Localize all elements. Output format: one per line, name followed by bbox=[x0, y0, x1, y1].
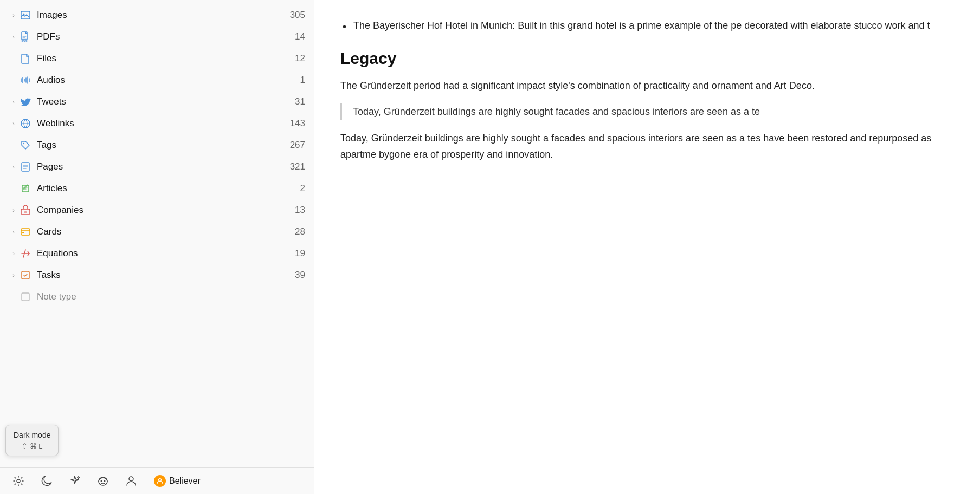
notetype-icon bbox=[18, 290, 33, 304]
weblinks-label: Weblinks bbox=[37, 118, 283, 129]
sidebar-item-tweets[interactable]: › Tweets 31 bbox=[0, 91, 314, 113]
sidebar-bottom-bar: Believer bbox=[0, 467, 314, 494]
sidebar-item-pdfs[interactable]: › PDF PDFs 14 bbox=[0, 26, 314, 48]
pdfs-icon: PDF bbox=[18, 30, 33, 44]
tweets-label: Tweets bbox=[37, 96, 283, 107]
chevron-icon: › bbox=[9, 99, 18, 105]
sidebar-list: › Images 305 › PDF bbox=[0, 0, 314, 467]
svg-point-14 bbox=[17, 479, 20, 483]
pages-label: Pages bbox=[37, 161, 283, 172]
audios-count: 1 bbox=[283, 75, 305, 86]
images-icon bbox=[18, 8, 33, 22]
images-count: 305 bbox=[283, 10, 305, 21]
sidebar-item-companies[interactable]: › Companies 13 bbox=[0, 199, 314, 221]
bullet-text-hotel: The Bayerischer Hof Hotel in Munich: Bui… bbox=[340, 17, 954, 34]
chevron-icon: › bbox=[9, 294, 18, 300]
sparkle-icon[interactable] bbox=[67, 473, 82, 489]
dark-mode-tooltip: Dark mode ⇧ ⌘ L bbox=[5, 425, 59, 457]
articles-count: 2 bbox=[283, 183, 305, 194]
sidebar-item-tags[interactable]: › Tags 267 bbox=[0, 134, 314, 156]
chevron-icon: › bbox=[9, 185, 18, 192]
blockquote-text: Today, Gründerzeit buildings are highly … bbox=[340, 103, 954, 120]
person-icon[interactable] bbox=[124, 473, 139, 489]
content-panel: The Bayerischer Hof Hotel in Munich: Bui… bbox=[314, 0, 980, 494]
audios-label: Audios bbox=[37, 75, 283, 86]
svg-rect-10 bbox=[21, 229, 30, 235]
svg-point-17 bbox=[104, 480, 106, 482]
sidebar-item-weblinks[interactable]: › Weblinks 143 bbox=[0, 113, 314, 134]
tags-icon bbox=[18, 138, 33, 152]
sidebar-item-pages[interactable]: › Pages 321 bbox=[0, 156, 314, 178]
chevron-icon: › bbox=[9, 250, 18, 257]
tooltip-label: Dark mode bbox=[14, 430, 50, 441]
companies-count: 13 bbox=[283, 205, 305, 216]
svg-point-16 bbox=[101, 480, 102, 482]
audios-icon bbox=[18, 73, 33, 87]
files-count: 12 bbox=[283, 53, 305, 64]
pages-icon bbox=[18, 160, 33, 174]
tasks-icon bbox=[18, 268, 33, 282]
svg-rect-13 bbox=[22, 293, 29, 301]
chevron-icon: › bbox=[9, 120, 18, 127]
sidebar-item-notetype[interactable]: › Note type bbox=[0, 286, 314, 308]
chevron-icon: › bbox=[9, 207, 18, 213]
files-label: Files bbox=[37, 53, 283, 64]
svg-point-18 bbox=[129, 477, 133, 481]
articles-icon bbox=[18, 181, 33, 196]
tasks-label: Tasks bbox=[37, 270, 283, 281]
weblinks-count: 143 bbox=[283, 118, 305, 129]
equations-icon bbox=[18, 246, 33, 261]
articles-label: Articles bbox=[37, 183, 283, 194]
sidebar: › Images 305 › PDF bbox=[0, 0, 314, 494]
sidebar-item-articles[interactable]: › Articles 2 bbox=[0, 178, 314, 199]
tweets-count: 31 bbox=[283, 96, 305, 107]
chevron-icon: › bbox=[9, 55, 18, 62]
chevron-icon: › bbox=[9, 12, 18, 18]
equations-label: Equations bbox=[37, 248, 283, 259]
cards-label: Cards bbox=[37, 226, 283, 237]
images-label: Images bbox=[37, 10, 283, 21]
svg-point-6 bbox=[23, 143, 24, 144]
files-icon bbox=[18, 51, 33, 66]
user-avatar bbox=[154, 475, 166, 487]
paragraph-grunzeit-2: Today, Gründerzeit buildings are highly … bbox=[340, 130, 954, 163]
companies-label: Companies bbox=[37, 205, 283, 216]
pdfs-count: 14 bbox=[283, 31, 305, 42]
cards-icon bbox=[18, 225, 33, 239]
chevron-icon: › bbox=[9, 272, 18, 278]
pdfs-label: PDFs bbox=[37, 31, 283, 42]
mask-icon[interactable] bbox=[95, 473, 111, 489]
notetype-label: Note type bbox=[37, 291, 305, 302]
sidebar-item-tasks[interactable]: › Tasks 39 bbox=[0, 264, 314, 286]
user-name: Believer bbox=[169, 476, 201, 486]
sidebar-item-equations[interactable]: › Equations 19 bbox=[0, 243, 314, 264]
sidebar-item-files[interactable]: › Files 12 bbox=[0, 48, 314, 69]
tweets-icon bbox=[18, 95, 33, 109]
user-pill[interactable]: Believer bbox=[154, 475, 201, 487]
equations-count: 19 bbox=[283, 248, 305, 259]
sidebar-item-cards[interactable]: › Cards 28 bbox=[0, 221, 314, 243]
paragraph-grunzeit-1: The Gründerzeit period had a significant… bbox=[340, 77, 954, 94]
tooltip-shortcut: ⇧ ⌘ L bbox=[14, 441, 50, 452]
tags-label: Tags bbox=[37, 140, 283, 151]
weblinks-icon bbox=[18, 116, 33, 131]
chevron-icon: › bbox=[9, 34, 18, 40]
settings-icon[interactable] bbox=[11, 473, 26, 489]
chevron-icon: › bbox=[9, 77, 18, 83]
chevron-icon: › bbox=[9, 164, 18, 170]
chevron-icon: › bbox=[9, 142, 18, 148]
tasks-count: 39 bbox=[283, 270, 305, 281]
tags-count: 267 bbox=[283, 140, 305, 151]
sidebar-item-images[interactable]: › Images 305 bbox=[0, 4, 314, 26]
pages-count: 321 bbox=[283, 161, 305, 172]
svg-rect-11 bbox=[22, 232, 24, 233]
companies-icon bbox=[18, 203, 33, 217]
svg-text:PDF: PDF bbox=[22, 39, 28, 42]
chevron-icon: › bbox=[9, 229, 18, 235]
sidebar-item-audios[interactable]: › Audios 1 bbox=[0, 69, 314, 91]
cards-count: 28 bbox=[283, 226, 305, 237]
svg-rect-9 bbox=[24, 211, 27, 213]
legacy-heading: Legacy bbox=[340, 49, 954, 68]
dark-mode-icon[interactable] bbox=[39, 473, 54, 489]
